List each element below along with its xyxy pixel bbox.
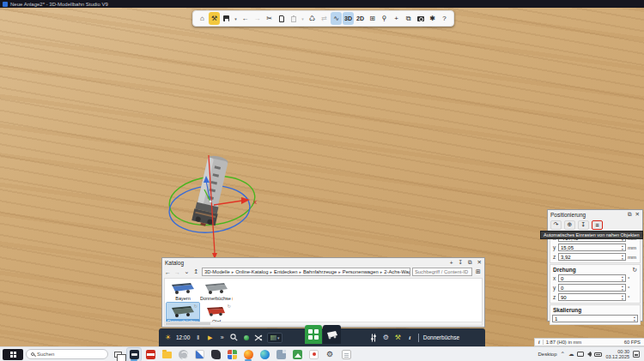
step-forward-button[interactable]: »	[218, 334, 226, 340]
rotate-reset-icon[interactable]: ↻	[632, 267, 637, 274]
taskbar-app-bluewhite[interactable]	[192, 348, 206, 361]
clone-button[interactable]: ⧉	[403, 12, 414, 25]
network-icon[interactable]	[577, 352, 584, 357]
taskbar-app-settings[interactable]: ⚙	[323, 348, 337, 361]
catalog-item[interactable]: Bayern	[167, 280, 199, 302]
spinner[interactable]: ▴▾	[620, 244, 625, 251]
catalog-search-input[interactable]	[412, 268, 472, 276]
nav-forward-button[interactable]: →	[173, 269, 181, 275]
cloud-icon[interactable]: ☁	[568, 351, 574, 358]
popout-icon[interactable]: ⧉	[628, 211, 632, 218]
taskbar-app-explorer[interactable]	[160, 348, 173, 361]
taskbar-app-tiles[interactable]	[225, 348, 239, 361]
start-button[interactable]	[3, 349, 23, 360]
spinner[interactable]: ▴▾	[620, 253, 625, 261]
notification-center-icon[interactable]	[633, 351, 640, 358]
grid-button[interactable]: ⊞	[367, 12, 378, 25]
undo-button[interactable]: ←	[240, 12, 251, 25]
play-button[interactable]: ▶	[206, 334, 214, 341]
transfer-button[interactable]: ⇄	[319, 12, 330, 25]
speaker-icon[interactable]	[587, 352, 591, 357]
snap-align-button[interactable]: =	[592, 220, 603, 230]
position-y-input[interactable]	[558, 244, 626, 251]
save-button[interactable]	[221, 12, 232, 25]
catalog-item[interactable]: ↻ Olaf	[200, 303, 233, 323]
nav-back-button[interactable]: ←	[164, 269, 172, 275]
download-icon[interactable]: ↧	[458, 259, 462, 266]
scale-input[interactable]	[552, 315, 638, 322]
rail-connect-button[interactable]: ∿	[331, 12, 342, 25]
taskbar-app-gray[interactable]	[176, 348, 190, 361]
taskbar-app-notepad[interactable]	[339, 348, 353, 361]
spinner[interactable]: ▴▾	[620, 293, 625, 301]
help-button[interactable]: ?	[439, 12, 450, 25]
gizmo-center-handle[interactable]	[209, 200, 211, 202]
filter-sliders-button[interactable]	[370, 334, 378, 342]
tools-button[interactable]: ⚒	[209, 12, 220, 25]
taskbar-app-dark[interactable]	[209, 348, 222, 361]
paste-dropdown[interactable]: ▾	[300, 12, 306, 25]
selected-item-preview-button[interactable]	[323, 325, 341, 344]
scrollbar-thumb[interactable]	[166, 322, 210, 325]
home-button[interactable]: ⌂	[197, 12, 208, 25]
camera-button[interactable]	[415, 12, 426, 25]
nav-up-button[interactable]: ↥	[192, 268, 200, 275]
spinner[interactable]: ▴▾	[632, 315, 637, 322]
delete-button[interactable]: ♺	[307, 12, 318, 25]
taskbar-app-pin[interactable]	[307, 348, 320, 361]
taskbar-app-docs[interactable]	[274, 348, 288, 361]
redo-button[interactable]: →	[252, 12, 263, 25]
taskbar-clock[interactable]: 00:30 03.12.2025	[605, 349, 629, 359]
view-3d-button[interactable]: 3D	[343, 12, 354, 25]
snap-sphere-button[interactable]: ⊕	[564, 220, 575, 230]
spinner[interactable]: ▴▾	[620, 284, 625, 292]
spinner[interactable]: ▴▾	[620, 274, 625, 282]
taskbar-search[interactable]: Suchen	[26, 349, 108, 359]
close-icon[interactable]: ✕	[477, 259, 482, 266]
settings-button[interactable]: ⚙	[382, 334, 390, 341]
object-tools-button[interactable]: ⚒	[394, 334, 402, 341]
rotation-x-input[interactable]	[558, 274, 626, 282]
info-button[interactable]: i	[406, 334, 414, 341]
breadcrumb-item[interactable]: Personenwagen	[343, 269, 379, 274]
rotation-y-input[interactable]	[558, 284, 626, 292]
taskbar-app-studio[interactable]	[127, 348, 141, 361]
popout-icon[interactable]: ⧉	[468, 259, 472, 266]
catalog-item-selected[interactable]: ↻ Donnerbüchse	[167, 303, 199, 323]
nav-history-button[interactable]: ⌄	[183, 268, 191, 275]
desktop-toggle[interactable]: Desktop	[538, 352, 557, 357]
event-manager-button[interactable]	[305, 325, 322, 344]
add-button[interactable]: +	[391, 12, 402, 25]
pause-button[interactable]: ‖	[194, 334, 202, 340]
taskbar-app-firefox[interactable]	[241, 348, 255, 361]
plugin-button[interactable]: ✱	[427, 12, 438, 25]
view-mode-grid-icon[interactable]: ⊞	[474, 268, 483, 275]
battery-icon[interactable]	[594, 352, 602, 357]
daylight-icon[interactable]: ☀	[164, 334, 172, 341]
search-button[interactable]	[230, 334, 238, 341]
copy-button[interactable]	[276, 12, 287, 25]
breadcrumb-item[interactable]: Online-Katalog	[235, 269, 268, 274]
taskbar-app-photos[interactable]	[290, 348, 304, 361]
sphere-tool-button[interactable]	[242, 335, 250, 340]
shuffle-button[interactable]	[254, 334, 263, 341]
breadcrumb-item[interactable]: Entdecken	[274, 269, 297, 274]
lamp-button[interactable]: ⚲	[379, 12, 390, 25]
snap-drop-button[interactable]: ↧	[578, 220, 589, 230]
paste-button[interactable]	[288, 12, 299, 25]
add-icon[interactable]: +	[450, 260, 453, 266]
position-z-input[interactable]	[558, 253, 626, 261]
taskbar-app-red[interactable]	[143, 348, 157, 361]
view-2d-button[interactable]: 2D	[355, 12, 366, 25]
task-view-button[interactable]	[111, 348, 125, 361]
snap-curve-button[interactable]: ↷	[550, 220, 562, 230]
save-dropdown[interactable]: ▾	[233, 12, 239, 25]
catalog-item[interactable]: Donnerbüchse (b...	[200, 280, 233, 302]
tray-expand-icon[interactable]: ⌃	[561, 351, 565, 358]
rotation-z-input[interactable]	[558, 293, 626, 301]
cut-button[interactable]: ✂	[264, 12, 275, 25]
close-icon[interactable]: ✕	[635, 211, 640, 218]
camera-view-selector[interactable]: ▾	[267, 333, 283, 343]
taskbar-app-edge[interactable]	[258, 348, 271, 361]
breadcrumb-item[interactable]: 3D-Modelle	[204, 269, 230, 274]
